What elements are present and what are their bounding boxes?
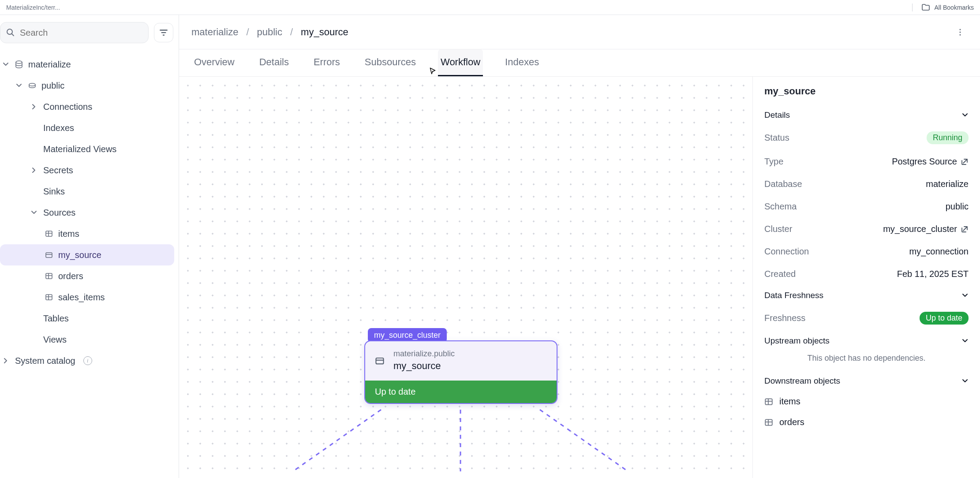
kv-schema: Schema public xyxy=(764,195,969,218)
chevron-right-icon xyxy=(30,103,38,110)
cursor-icon xyxy=(428,67,437,76)
tab-indexes[interactable]: Indexes xyxy=(502,49,542,76)
tab-overview[interactable]: Overview xyxy=(191,49,237,76)
kv-key: Cluster xyxy=(764,224,792,234)
source-icon xyxy=(45,251,53,259)
external-link-icon[interactable] xyxy=(961,225,969,233)
breadcrumb: materialize / public / my_source xyxy=(179,15,980,49)
table-icon xyxy=(764,397,773,406)
tree-node-connections[interactable]: Connections xyxy=(0,96,174,117)
kv-value[interactable]: my_source_cluster xyxy=(883,224,957,234)
table-icon xyxy=(764,418,773,427)
chevron-down-icon xyxy=(961,112,969,119)
tree-label: System catalog xyxy=(15,356,75,366)
tree-node-sources[interactable]: Sources xyxy=(0,202,174,223)
schema-icon xyxy=(28,82,36,89)
table-icon xyxy=(45,293,53,301)
workflow-node-my-source[interactable]: materialize.public my_source Up to date xyxy=(364,340,557,404)
database-icon xyxy=(15,60,23,68)
kv-freshness: Freshness Up to date xyxy=(764,306,969,331)
tree-label: Sinks xyxy=(43,187,65,197)
tree-label: public xyxy=(41,81,64,91)
section-data-freshness[interactable]: Data Freshness xyxy=(764,285,969,306)
breadcrumb-item-current: my_source xyxy=(301,26,348,38)
tree-node-schema[interactable]: public xyxy=(0,75,174,96)
kv-value[interactable]: Postgres Source xyxy=(892,157,957,167)
more-actions-button[interactable] xyxy=(953,26,968,39)
search-input[interactable] xyxy=(0,22,149,43)
tree-node-source-sales-items[interactable]: sales_items xyxy=(0,287,174,308)
kv-key: Freshness xyxy=(764,313,805,323)
tree-label: Secrets xyxy=(43,165,73,176)
kv-connection: Connection my_connection xyxy=(764,240,969,263)
panel-title: my_source xyxy=(764,86,969,97)
tree-node-matviews[interactable]: Materialized Views xyxy=(0,138,174,160)
section-label: Downstream objects xyxy=(764,376,840,386)
chevron-down-icon xyxy=(2,61,10,68)
all-bookmarks-label[interactable]: All Bookmarks xyxy=(935,4,974,11)
source-icon xyxy=(375,356,385,366)
section-details[interactable]: Details xyxy=(764,105,969,125)
node-status: Up to date xyxy=(365,381,557,403)
tree-node-tables[interactable]: Tables xyxy=(0,308,174,329)
breadcrumb-item[interactable]: public xyxy=(257,26,282,38)
breadcrumb-item[interactable]: materialize xyxy=(191,26,238,38)
kv-value: materialize xyxy=(926,179,969,189)
filter-icon xyxy=(159,28,168,37)
table-icon xyxy=(45,272,53,280)
tree-label: my_source xyxy=(58,250,101,260)
tree-node-sinks[interactable]: Sinks xyxy=(0,181,174,202)
kv-cluster: Cluster my_source_cluster xyxy=(764,218,969,240)
tree-label: items xyxy=(58,229,79,239)
main: materialize / public / my_source Overvie… xyxy=(179,15,980,478)
tree-node-source-my-source[interactable]: my_source xyxy=(0,244,174,265)
details-panel: my_source Details Status Running Type Po… xyxy=(753,77,980,478)
divider xyxy=(912,4,913,11)
info-icon: i xyxy=(83,356,92,365)
tree-label: orders xyxy=(58,271,83,281)
tree-node-secrets[interactable]: Secrets xyxy=(0,160,174,181)
tree-label: sales_items xyxy=(58,292,105,302)
downstream-item-label: items xyxy=(779,396,800,407)
tree-node-source-orders[interactable]: orders xyxy=(0,265,174,287)
tree-node-views[interactable]: Views xyxy=(0,329,174,350)
tree-node-system-catalog[interactable]: System catalog i xyxy=(0,350,174,371)
tab-errors[interactable]: Errors xyxy=(311,49,343,76)
downstream-item[interactable]: items xyxy=(764,391,969,412)
kv-created: Created Feb 11, 2025 EST xyxy=(764,263,969,285)
tabs: Overview Details Errors Subsources Workf… xyxy=(179,49,980,77)
kv-value: public xyxy=(946,202,969,212)
upstream-empty-message: This object has no dependencies. xyxy=(764,351,969,371)
tab-workflow[interactable]: Workflow xyxy=(438,49,483,76)
tree-node-source-items[interactable]: items xyxy=(0,223,174,244)
node-path: materialize.public xyxy=(393,349,455,358)
chevron-right-icon xyxy=(30,167,38,174)
filter-button[interactable] xyxy=(154,23,173,42)
status-badge: Running xyxy=(927,131,969,144)
connector-lines xyxy=(293,410,628,471)
kv-key: Schema xyxy=(764,202,797,212)
downstream-item-label: orders xyxy=(779,417,804,427)
section-downstream[interactable]: Downstream objects xyxy=(764,371,969,391)
tab-subsources[interactable]: Subsources xyxy=(362,49,419,76)
tree-label: Indexes xyxy=(43,123,74,133)
section-upstream[interactable]: Upstream objects xyxy=(764,331,969,351)
chevron-down-icon xyxy=(961,292,969,299)
tab-details[interactable]: Details xyxy=(257,49,292,76)
section-label: Data Freshness xyxy=(764,291,823,300)
tree-label: Connections xyxy=(43,102,92,112)
tree-label: Views xyxy=(43,335,67,345)
workflow-canvas[interactable]: my_source_cluster materialize.public my_… xyxy=(179,77,753,478)
browser-tab-bar: MaterializeInc/terr... All Bookmarks xyxy=(0,0,980,15)
tree-node-database[interactable]: materialize xyxy=(0,54,174,75)
section-label: Upstream objects xyxy=(764,336,830,346)
dots-vertical-icon xyxy=(956,28,964,36)
chevron-down-icon xyxy=(30,209,38,216)
chevron-down-icon xyxy=(961,337,969,344)
tree-label: materialize xyxy=(28,60,71,70)
section-label: Details xyxy=(764,110,790,120)
tree-node-indexes[interactable]: Indexes xyxy=(0,117,174,138)
external-link-icon[interactable] xyxy=(961,158,969,166)
downstream-item[interactable]: orders xyxy=(764,412,969,433)
table-icon xyxy=(45,230,53,238)
